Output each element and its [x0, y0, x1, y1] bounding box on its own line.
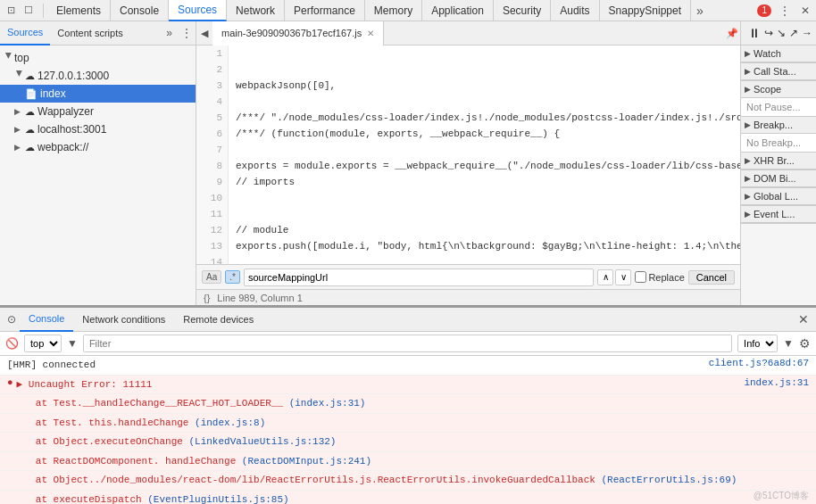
tab-application[interactable]: Application	[422, 0, 494, 21]
sidebar-options-btn[interactable]: ⋮	[178, 27, 196, 39]
breakpoints-content: No Breakp...	[741, 134, 816, 152]
tree-item-top[interactable]: ▶ top	[0, 49, 196, 67]
step-btn[interactable]: →	[802, 27, 812, 39]
xhr-title[interactable]: ▶ XHR Br...	[741, 153, 816, 169]
replace-checkbox[interactable]	[635, 271, 646, 283]
stack-link-1[interactable]: (index.js:31)	[289, 398, 366, 409]
devtools-icons: ⊡ ☐	[4, 4, 44, 18]
step-over-btn[interactable]: ↪	[764, 27, 773, 39]
console-settings-btn[interactable]: ⚙	[799, 336, 811, 351]
step-out-btn[interactable]: ↗	[789, 27, 798, 39]
scope-title[interactable]: ▶ Scope	[741, 81, 816, 98]
sources-panel: Sources Content scripts » ⋮ ▶ top ▶ ☁ 12…	[0, 21, 816, 308]
close-devtools-btn[interactable]: ✕	[798, 4, 812, 17]
stack-line-3: at Object.executeOnChange (LinkedValueUt…	[0, 433, 816, 452]
event-title[interactable]: ▶ Event L...	[741, 206, 816, 223]
main-tab-nav: Elements Console Sources Network Perform…	[47, 0, 709, 21]
clear-console-btn[interactable]: 🚫	[5, 337, 19, 350]
tab-security[interactable]: Security	[494, 0, 551, 21]
level-arrow-btn[interactable]: ▼	[783, 337, 794, 350]
pause-btn[interactable]: ⏸	[748, 26, 761, 40]
code-line: exports.push([module.i, "body, html{\n\t…	[229, 238, 740, 254]
sidebar-tab-content-scripts[interactable]: Content scripts	[50, 21, 129, 45]
tree-label-localhost: localhost:3001	[37, 123, 106, 136]
ellipsis-btn[interactable]: ⋮	[777, 4, 793, 17]
context-arrow-btn[interactable]: ▼	[67, 337, 78, 350]
tree-item-wappalyzer[interactable]: ▶ ☁ Wappalyzer	[0, 103, 196, 120]
editor-tab-main[interactable]: main-3e909090367b17ecf167.js ✕	[212, 21, 384, 45]
console-filter-input[interactable]	[83, 335, 732, 352]
stack-line-5: at Object../node_modules/react-dom/lib/R…	[0, 471, 816, 491]
hmr-msg-source[interactable]: client.js?6a8d:67	[702, 358, 809, 368]
regex-toggle[interactable]: .*	[225, 270, 240, 284]
error-msg-source[interactable]: index.js:31	[737, 377, 809, 388]
breakpoints-section: ▶ Breakp... No Breakp...	[741, 117, 816, 153]
xhr-label: XHR Br...	[754, 155, 795, 166]
code-line	[229, 190, 740, 206]
tree-item-127001[interactable]: ▶ ☁ 127.0.0.1:3000	[0, 67, 196, 85]
code-content[interactable]: webpackJsonp([0],/***/ "./node_modules/c…	[229, 45, 740, 264]
dom-section: ▶ DOM Bi...	[741, 170, 816, 188]
sidebar-tab-sources[interactable]: Sources	[0, 21, 50, 45]
step-into-btn[interactable]: ↘	[777, 27, 786, 39]
search-input[interactable]	[244, 269, 594, 286]
stack-link-5[interactable]: (ReactErrorUtils.js:69)	[602, 475, 737, 485]
call-stack-label: Call Sta...	[754, 66, 796, 77]
curly-braces-btn[interactable]: {}	[204, 293, 210, 303]
editor-close-btn[interactable]: ✕	[367, 29, 374, 38]
scope-label: Scope	[754, 84, 781, 95]
tab-sources[interactable]: Sources	[169, 0, 227, 21]
tree-item-webpack[interactable]: ▶ ☁ webpack://	[0, 138, 196, 156]
cloud-icon-127001: ☁	[25, 70, 35, 82]
replace-checkbox-label[interactable]: Replace	[635, 271, 684, 283]
line-num-13: 13	[196, 238, 228, 254]
tab-network[interactable]: Network	[227, 0, 285, 21]
tab-performance[interactable]: Performance	[285, 0, 365, 21]
console-tab-network[interactable]: Network conditions	[73, 308, 174, 332]
tab-snappy[interactable]: SnappySnippet	[600, 0, 691, 21]
file-icon-index: 📄	[25, 88, 37, 100]
console-toggle-btn[interactable]: ⊙	[4, 313, 20, 326]
dom-title[interactable]: ▶ DOM Bi...	[741, 170, 816, 187]
scope-arrow: ▶	[745, 85, 751, 94]
stack-link-2[interactable]: (index.js:8)	[195, 417, 265, 428]
editor-pin-btn[interactable]: 📌	[724, 25, 740, 41]
code-editor: ◀ main-3e909090367b17ecf167.js ✕ 📌 1 2 3…	[196, 21, 740, 305]
error-msg-text: ▶ Uncaught Error: 11111	[17, 377, 737, 392]
watch-section-title[interactable]: ▶ Watch	[741, 45, 816, 62]
code-line	[229, 142, 740, 158]
line-numbers: 1 2 3 4 5 6 7 8 9 10 11 12 13 14 15 16	[196, 45, 229, 264]
console-tab-remote[interactable]: Remote devices	[174, 308, 262, 332]
prev-match-btn[interactable]: ∧	[597, 269, 613, 285]
inspect-icon[interactable]: ⊡	[4, 4, 18, 18]
case-sensitive-toggle[interactable]: Aa	[202, 270, 221, 284]
stack-link-6[interactable]: (EventPluginUtils.js:85)	[147, 494, 288, 505]
mobile-icon[interactable]: ☐	[21, 4, 36, 18]
line-num-2: 2	[196, 62, 228, 78]
right-panel-toolbar: ⏸ ↪ ↘ ↗ →	[741, 21, 816, 45]
tab-audits[interactable]: Audits	[551, 0, 599, 21]
tree-item-index[interactable]: 📄 index	[0, 85, 196, 103]
console-close-btn[interactable]: ✕	[795, 312, 812, 326]
editor-tab-bar: ◀ main-3e909090367b17ecf167.js ✕ 📌	[196, 21, 740, 45]
console-context-select[interactable]: top	[24, 335, 62, 352]
tree-item-localhost[interactable]: ▶ ☁ localhost:3001	[0, 120, 196, 138]
search-cancel-btn[interactable]: Cancel	[688, 270, 735, 285]
tab-console[interactable]: Console	[111, 0, 169, 21]
editor-back-btn[interactable]: ◀	[196, 25, 212, 41]
call-stack-title[interactable]: ▶ Call Sta...	[741, 63, 816, 80]
tab-elements[interactable]: Elements	[47, 0, 111, 21]
more-tabs-button[interactable]: »	[691, 4, 709, 18]
stack-link-4[interactable]: (ReactDOMInput.js:241)	[242, 456, 371, 467]
devtools-main: Sources Content scripts » ⋮ ▶ top ▶ ☁ 12…	[0, 21, 816, 504]
stack-link-3[interactable]: (LinkedValueUtils.js:132)	[188, 436, 336, 447]
sidebar-more-btn[interactable]: »	[161, 27, 178, 39]
replace-label: Replace	[648, 272, 684, 283]
tab-memory[interactable]: Memory	[365, 0, 422, 21]
global-title[interactable]: ▶ Global L...	[741, 188, 816, 205]
console-level-select[interactable]: Info	[737, 335, 778, 352]
console-tab-console[interactable]: Console	[20, 308, 73, 332]
breakpoints-title[interactable]: ▶ Breakp...	[741, 117, 816, 134]
next-match-btn[interactable]: ∨	[615, 269, 631, 285]
tree-label-127001: 127.0.0.1:3000	[37, 70, 109, 82]
